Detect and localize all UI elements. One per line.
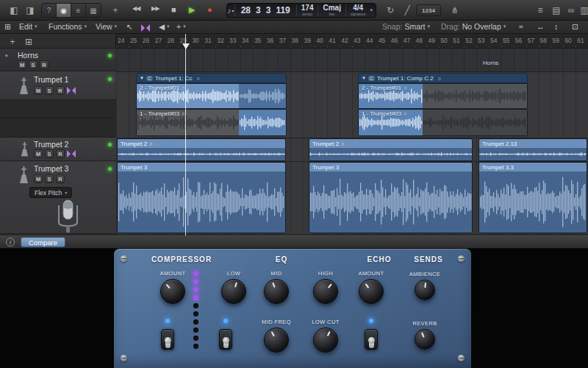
take-region-a2[interactable]: 2 - Trumpet#01○ bbox=[136, 83, 287, 109]
take-region-b2[interactable]: 2 - Trumpet#01○ bbox=[358, 83, 528, 109]
comp-segment-selected[interactable] bbox=[239, 110, 286, 135]
flex-mode-dropdown[interactable]: Flex Pitch ▾ bbox=[29, 187, 72, 198]
knob-dial[interactable] bbox=[160, 279, 185, 304]
lcd-display[interactable]: ♪ ▾ 28 3 3 119 174 tempo Cmaj key 4/4 si… bbox=[226, 3, 376, 18]
eq-low-knob[interactable]: LOW bbox=[217, 270, 251, 304]
echo-amount-knob[interactable]: AMOUNT bbox=[354, 270, 388, 304]
ruler-bar-28[interactable]: 28 bbox=[168, 37, 174, 44]
lcd-signature-field[interactable]: 4/4 signature bbox=[345, 4, 370, 16]
nudge-left-button[interactable]: ◀▾ bbox=[159, 22, 170, 31]
ruler-bar-54[interactable]: 54 bbox=[490, 37, 497, 44]
track-stack-button[interactable]: ⊞ bbox=[22, 35, 35, 49]
ruler-bar-30[interactable]: 30 bbox=[192, 37, 198, 44]
ruler-bar-36[interactable]: 36 bbox=[267, 37, 273, 44]
ruler-bar-61[interactable]: 61 bbox=[577, 37, 584, 44]
region-trumpet2-3[interactable]: Trumpet 2.13 bbox=[478, 138, 587, 161]
edit-menu[interactable]: Edit▾ bbox=[19, 22, 37, 31]
region-trumpet2-1[interactable]: Trumpet 2○ bbox=[117, 138, 286, 161]
vertical-zoom-slider[interactable]: ↕ bbox=[554, 22, 558, 31]
mute-button[interactable]: M bbox=[34, 174, 43, 183]
ruler-bar-35[interactable]: 35 bbox=[254, 37, 261, 44]
region-trumpet3-3[interactable]: Trumpet 3.3 bbox=[478, 162, 587, 233]
record-enable-button[interactable]: R bbox=[56, 149, 65, 158]
knob-dial[interactable] bbox=[415, 329, 435, 350]
ruler-bar-32[interactable]: 32 bbox=[217, 37, 223, 44]
ruler-bar-48[interactable]: 48 bbox=[416, 37, 423, 44]
comp-segment[interactable] bbox=[423, 110, 527, 135]
disclosure-icon[interactable]: ▼ bbox=[140, 76, 144, 80]
knob-dial[interactable] bbox=[359, 279, 384, 304]
note-pads-button[interactable]: ▤ bbox=[550, 4, 563, 17]
play-button[interactable]: ▶ bbox=[189, 5, 194, 15]
apple-loops-button[interactable]: ∞ bbox=[564, 4, 578, 17]
comp-segment[interactable] bbox=[423, 84, 527, 108]
lcd-tick[interactable]: 119 bbox=[276, 5, 290, 15]
record-enable-button[interactable]: R bbox=[56, 86, 65, 95]
toolbar-tools-button[interactable]: + bbox=[109, 4, 122, 17]
compare-button[interactable]: Compare bbox=[21, 237, 65, 247]
ruler-bar-41[interactable]: 41 bbox=[329, 37, 335, 44]
lcd-beat[interactable]: 3 bbox=[256, 5, 261, 15]
solo-button[interactable]: S bbox=[45, 86, 54, 95]
knob-dial[interactable] bbox=[415, 280, 435, 300]
ruler-bar-46[interactable]: 46 bbox=[391, 37, 398, 44]
ruler-bar-49[interactable]: 49 bbox=[429, 37, 435, 44]
flex-icon[interactable] bbox=[67, 87, 76, 94]
lcd-position[interactable]: 28 3 3 119 bbox=[235, 5, 296, 15]
ruler-bar-59[interactable]: 59 bbox=[553, 37, 559, 44]
ruler-bar-31[interactable]: 31 bbox=[204, 37, 211, 44]
cycle-button[interactable]: ↻ bbox=[384, 4, 397, 17]
pencil-tool-icon[interactable]: ╱ bbox=[401, 4, 414, 17]
region-trumpet3-2[interactable]: Trumpet 3 bbox=[309, 162, 473, 233]
flex-tool-button[interactable] bbox=[141, 24, 150, 32]
ruler-bar-44[interactable]: 44 bbox=[366, 37, 373, 44]
waveform-zoom-button[interactable]: ≈ bbox=[519, 22, 523, 31]
track-header-trumpet3[interactable]: Trumpet 3 M S R Flex Pitch ▾ bbox=[0, 161, 116, 234]
mixer-button[interactable]: ≡ bbox=[71, 4, 86, 17]
compressor-power-toggle[interactable] bbox=[161, 329, 174, 350]
editors-button[interactable]: ▦ bbox=[86, 4, 101, 17]
ruler-bar-27[interactable]: 27 bbox=[155, 37, 162, 44]
compressor-amount-knob[interactable]: AMOUNT bbox=[156, 270, 190, 304]
record-enable-button[interactable]: R bbox=[56, 174, 65, 183]
key-value[interactable]: Cmaj bbox=[323, 4, 340, 12]
knob-dial[interactable] bbox=[264, 328, 289, 353]
inspector-toggle-button[interactable]: ◨ bbox=[24, 4, 37, 17]
mute-button[interactable]: M bbox=[34, 86, 43, 95]
crosshair-button[interactable]: +▾ bbox=[176, 22, 186, 31]
signature-value[interactable]: 4/4 bbox=[353, 4, 363, 12]
ruler-bar-57[interactable]: 57 bbox=[528, 37, 534, 44]
ruler-bar-26[interactable]: 26 bbox=[143, 37, 149, 44]
ruler-bar-43[interactable]: 43 bbox=[354, 37, 360, 44]
track-header-trumpet2[interactable]: Trumpet 2 M S R bbox=[0, 138, 116, 161]
flex-icon[interactable] bbox=[67, 150, 76, 158]
list-editors-button[interactable]: ≡ bbox=[534, 4, 547, 17]
ruler-bar-53[interactable]: 53 bbox=[478, 37, 484, 44]
lcd-bar[interactable]: 28 bbox=[241, 5, 251, 15]
eq-mid-knob[interactable]: MID bbox=[259, 270, 293, 304]
track-name[interactable]: Trumpet 1 bbox=[34, 75, 68, 84]
browsers-button[interactable]: ▥ bbox=[578, 4, 588, 17]
lane-horns[interactable] bbox=[116, 49, 588, 71]
tuner-button[interactable]: ⋔ bbox=[448, 4, 462, 17]
echo-power-toggle[interactable] bbox=[365, 329, 378, 350]
comp-segment[interactable] bbox=[239, 84, 286, 108]
take-lane-header[interactable] bbox=[0, 100, 116, 118]
ruler-bar-47[interactable]: 47 bbox=[404, 37, 410, 44]
ruler-bar-42[interactable]: 42 bbox=[341, 37, 348, 44]
lcd-mode-selector[interactable]: ♪ ▾ bbox=[227, 4, 235, 17]
ruler-bar-52[interactable]: 52 bbox=[465, 37, 472, 44]
ruler-bar-38[interactable]: 38 bbox=[292, 37, 298, 44]
solo-button[interactable]: S bbox=[29, 60, 37, 69]
zoom-presets-button[interactable]: ⊡ bbox=[572, 22, 578, 31]
library-toggle-button[interactable]: ◧ bbox=[7, 4, 21, 17]
eq-power-toggle[interactable] bbox=[219, 329, 232, 350]
ruler-bar-33[interactable]: 33 bbox=[229, 37, 236, 44]
track-header-trumpet1[interactable]: Trumpet 1 M S R bbox=[0, 71, 116, 100]
pointer-tool-button[interactable]: ↖ bbox=[126, 22, 133, 31]
smart-controls-button[interactable]: ◉ bbox=[57, 4, 71, 17]
eq-low-cut-knob[interactable]: LOW CUT bbox=[309, 319, 343, 353]
snap-menu[interactable]: Snap: Smart▾ bbox=[382, 22, 430, 31]
rewind-button[interactable]: ◀◀ bbox=[132, 5, 140, 12]
lcd-division[interactable]: 3 bbox=[266, 5, 271, 15]
